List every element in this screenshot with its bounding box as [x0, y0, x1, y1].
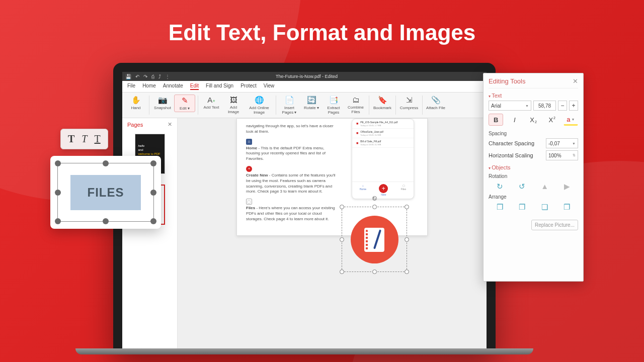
rotate-handle[interactable]: ↻: [372, 196, 377, 201]
print-icon[interactable]: ⎙: [151, 74, 154, 79]
rotate-cw-icon[interactable]: ↻: [497, 182, 503, 191]
camera-icon: 📷: [158, 96, 168, 105]
ribbon-rotate[interactable]: 🔄Rotate ▾: [301, 95, 322, 111]
close-icon[interactable]: ✕: [168, 121, 172, 128]
laptop-frame: 💾 ↶ ↷ ⎙ ⤴ ⋮ The-Future-is-Now.pdf - Edit…: [113, 63, 496, 354]
text-italic-icon[interactable]: T: [82, 133, 87, 145]
bold-button[interactable]: B: [489, 114, 503, 126]
menu-home[interactable]: Home: [142, 83, 156, 90]
combine-icon: 🗂: [352, 96, 360, 104]
ribbon-compress[interactable]: ⇲Compress: [398, 95, 420, 111]
font-size-increase[interactable]: +: [569, 101, 578, 111]
ribbon-extract[interactable]: 📑Extract Pages: [323, 95, 344, 116]
image-selection[interactable]: FILES: [57, 163, 154, 222]
font-size-decrease[interactable]: −: [558, 101, 567, 111]
ribbon-add-text[interactable]: A+Add Text: [201, 95, 222, 111]
label-spacing: Spacing: [489, 131, 578, 136]
page-insert-icon: 📄: [285, 96, 294, 105]
send-backward-icon[interactable]: ❏: [541, 203, 548, 212]
ribbon-bookmark[interactable]: 🔖Bookmark: [372, 95, 393, 111]
ribbon-add-image[interactable]: 🖼Add Image: [223, 95, 244, 115]
home-icon: ⌂: [246, 139, 252, 145]
subscript-button[interactable]: X2: [526, 114, 540, 126]
pdf-icon: ■: [356, 141, 358, 145]
section-objects[interactable]: Objects: [489, 164, 578, 170]
text-plus-icon: A+: [207, 96, 215, 104]
more-icon[interactable]: ⋮: [165, 74, 170, 79]
bring-forward-icon[interactable]: ❐: [519, 203, 525, 212]
pages-title: Pages: [127, 122, 143, 128]
files-selection-popup: FILES: [50, 156, 161, 229]
ribbon-attach[interactable]: 📎Attach File: [425, 95, 446, 111]
compress-icon: ⇲: [406, 96, 413, 105]
ribbon-insert-pages[interactable]: 📄Insert Pages ▾: [279, 95, 300, 116]
document-page[interactable]: navigating through the app, so let's hav…: [236, 118, 428, 236]
font-size-input[interactable]: 58,78: [533, 101, 556, 111]
rotate-ccw-icon[interactable]: ↺: [519, 182, 525, 191]
laptop-base: [75, 348, 533, 354]
app-screen: 💾 ↶ ↷ ⎙ ⤴ ⋮ The-Future-is-Now.pdf - Edit…: [122, 72, 487, 354]
ribbon: ✋Hand 📷Snapshot ✎Edit ▾ A+Add Text 🖼Add …: [122, 93, 487, 118]
ribbon-hand[interactable]: ✋Hand: [125, 95, 146, 111]
window-title: The-Future-is-Now.pdf - Edited: [276, 74, 338, 79]
menu-edit[interactable]: Edit: [190, 83, 199, 90]
files-label: FILES: [70, 175, 141, 210]
label-hscaling: Horizontal Scaling: [489, 152, 533, 158]
extract-icon: 📑: [329, 96, 339, 105]
plus-icon: +: [246, 166, 252, 172]
ribbon-add-online-image[interactable]: 🌐Add Online Image: [245, 95, 273, 116]
text-bold-icon[interactable]: T: [68, 133, 74, 145]
bring-front-icon[interactable]: ❒: [497, 203, 503, 212]
menu-view[interactable]: View: [264, 83, 275, 90]
ribbon-combine[interactable]: 🗂Combine Files: [345, 95, 366, 115]
pdf-icon: ■: [356, 121, 358, 126]
bookmark-icon: 🔖: [378, 96, 387, 105]
rotate-icon: 🔄: [307, 96, 316, 105]
folder-icon: ▢: [246, 199, 252, 205]
document-area: navigating through the app, so let's hav…: [178, 118, 487, 354]
ribbon-edit[interactable]: ✎Edit ▾: [174, 95, 195, 112]
close-icon[interactable]: ✕: [573, 77, 578, 85]
pdf-icon: ■: [356, 131, 358, 135]
menu-fillsign[interactable]: Fill and Sign: [206, 83, 233, 90]
menu-annotate[interactable]: Annotate: [163, 83, 183, 90]
selected-image[interactable]: ↻: [342, 207, 407, 272]
editing-tools-panel: Editing Tools ✕ Text Arial▼ 58,78 − + B …: [483, 73, 584, 282]
italic-button[interactable]: I: [507, 114, 522, 126]
highlight-button[interactable]: a▼: [564, 114, 578, 126]
web-image-icon: 🌐: [255, 96, 264, 105]
image-plus-icon: 🖼: [230, 96, 237, 104]
label-arrange: Arrange: [489, 194, 578, 200]
label-char-spacing: Character Spacing: [489, 140, 534, 146]
menu-protect[interactable]: Protect: [240, 83, 257, 90]
phone-tab-files[interactable]: ▢Files: [401, 184, 407, 197]
title-bar: 💾 ↶ ↷ ⎙ ⤴ ⋮ The-Future-is-Now.pdf - Edit…: [122, 72, 487, 81]
text-underline-icon[interactable]: T: [94, 133, 100, 145]
paperclip-icon: 📎: [431, 96, 441, 105]
section-text[interactable]: Text: [489, 93, 578, 99]
menu-file[interactable]: File: [127, 83, 135, 90]
ribbon-snapshot[interactable]: 📷Snapshot: [152, 95, 173, 111]
phone-preview: ■PE_iOS-Sample File_A4_011.pdfToday at 1…: [352, 119, 414, 199]
chevron-down-icon: ▼: [525, 104, 529, 108]
phone-tab-new[interactable]: +New: [379, 184, 388, 197]
superscript-button[interactable]: X2: [545, 114, 559, 126]
label-rotation: Rotation: [489, 173, 578, 179]
redo-icon[interactable]: ↷: [143, 74, 147, 79]
text-style-popup: T T T: [60, 129, 108, 149]
phone-tab-home[interactable]: ⌂Home: [360, 184, 366, 197]
replace-picture-button[interactable]: Replace Picture...: [531, 220, 578, 230]
font-family-select[interactable]: Arial▼: [489, 101, 531, 111]
send-back-icon[interactable]: ❐: [564, 203, 570, 212]
undo-icon[interactable]: ↶: [135, 74, 139, 79]
hscaling-input[interactable]: 100%⇅: [546, 150, 578, 160]
flip-h-icon[interactable]: ▲: [541, 182, 548, 191]
flip-v-icon[interactable]: ▶: [564, 182, 570, 191]
panel-title: Editing Tools: [489, 77, 525, 85]
hand-icon: ✋: [131, 96, 141, 105]
share-icon[interactable]: ⤴: [158, 74, 161, 79]
char-spacing-input[interactable]: -0,07▼: [546, 138, 578, 148]
hero-title: Edit Text, Format and Images: [0, 20, 644, 45]
save-icon[interactable]: 💾: [125, 74, 131, 79]
menu-bar: File Home Annotate Edit Fill and Sign Pr…: [122, 81, 487, 93]
